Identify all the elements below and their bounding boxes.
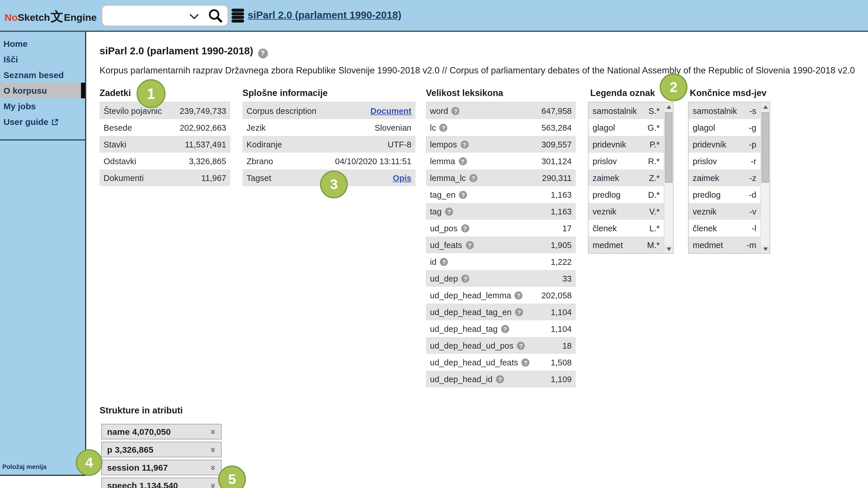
scroll-down-icon[interactable] [761, 245, 770, 253]
list-item[interactable]: glagol -g [689, 119, 761, 136]
koncnice-scrollbar[interactable] [761, 102, 770, 253]
logo-no: No [5, 12, 18, 23]
help-icon[interactable]: ? [469, 174, 477, 182]
table-row: Odstavki 3,326,865 [99, 153, 230, 169]
table-row: Kodiranje UTF-8 [243, 136, 415, 153]
help-icon[interactable]: ? [439, 124, 447, 132]
list-item[interactable]: pridevnik P.* [589, 136, 664, 153]
table-row: lemma? 301,124 [426, 153, 576, 169]
table-row: Corpus description Document [243, 102, 415, 119]
annotation-badge-1: 1 [136, 79, 165, 108]
list-item[interactable]: členek L.* [589, 220, 664, 236]
annotation-badge-4: 4 [76, 449, 102, 476]
help-icon[interactable]: ? [522, 358, 530, 366]
help-icon[interactable]: ? [517, 341, 525, 350]
table-row: ud_dep_head_tag_en? 1,104 [426, 303, 576, 320]
help-icon[interactable]: ? [258, 48, 268, 58]
list-item[interactable]: veznik -v [689, 203, 761, 220]
help-icon[interactable]: ? [459, 191, 467, 199]
list-item[interactable]: zaimek Z.* [589, 169, 664, 186]
double-chevron-down-icon[interactable]: » [209, 483, 219, 488]
scroll-up-icon[interactable] [761, 102, 770, 111]
section-title-strukture: Strukture in atributi [99, 405, 183, 416]
chevron-down-icon[interactable] [189, 10, 198, 19]
table-row: ud_dep? 33 [426, 270, 576, 287]
list-item[interactable]: pridevnik -p [689, 136, 761, 153]
structure-dropdown[interactable]: name 4,070,050 » [101, 424, 222, 440]
double-chevron-down-icon[interactable]: » [209, 465, 219, 470]
sidebar-item-o-korpusu[interactable]: O korpusu [0, 83, 85, 98]
help-icon[interactable]: ? [515, 291, 523, 299]
table-row: lc? 563,284 [426, 119, 576, 136]
logo-sketch: Sketch [18, 12, 50, 23]
structure-dropdown[interactable]: session 11,967 » [101, 460, 222, 475]
structure-dropdown[interactable]: p 3,326,865 » [101, 442, 222, 457]
current-corpus-link[interactable]: siParl 2.0 (parlament 1990-2018) [248, 9, 401, 22]
table-row: ud_feats? 1,905 [426, 236, 576, 253]
help-icon[interactable]: ? [445, 207, 453, 216]
search-icon[interactable] [208, 8, 223, 26]
sidebar-item-my-jobs[interactable]: My jobs [0, 98, 85, 114]
legenda-oznak-listbox: samostalnik S.* glagol G.* pridevnik P.*… [588, 102, 674, 254]
list-item[interactable]: samostalnik -s [689, 102, 761, 119]
help-icon[interactable]: ? [461, 224, 469, 232]
help-icon[interactable]: ? [501, 325, 509, 333]
table-row: Stavki 11,537,491 [99, 136, 230, 153]
table-row: Število pojavnic 239,749,733 [99, 102, 230, 119]
koncnice-msd-listbox: samostalnik -s glagol -g pridevnik -p pr… [688, 102, 770, 254]
sidebar-item-seznam-besed[interactable]: Seznam besed [0, 67, 85, 83]
list-item[interactable]: prislov -r [689, 153, 761, 169]
table-row: id? 1,222 [426, 253, 576, 270]
table-row: ud_dep_head_id? 1,109 [426, 370, 576, 387]
list-item[interactable]: predlog -d [689, 186, 761, 203]
section-title-splosne-informacije: Splošne informacije [243, 88, 328, 98]
section-title-koncnice-msd: Končnice msd-jev [690, 88, 767, 98]
list-item[interactable]: samostalnik S.* [589, 102, 664, 119]
table-row: Dokumenti 11,967 [99, 169, 230, 186]
list-item[interactable]: predlog D.* [589, 186, 664, 203]
section-title-zadetki: Zadetki [99, 88, 131, 98]
list-item[interactable]: veznik V.* [589, 203, 664, 220]
sidebar-item-user-guide[interactable]: User guide [0, 114, 85, 130]
external-link-icon [51, 118, 58, 127]
annotation-badge-5: 5 [218, 465, 246, 488]
list-item[interactable]: členek -l [689, 220, 761, 236]
table-row: ud_dep_head_ud_pos? 18 [426, 337, 576, 354]
scrollbar-thumb[interactable] [762, 112, 769, 183]
sidebar-item-home[interactable]: Home [0, 36, 85, 52]
list-item[interactable]: prislov R.* [589, 153, 664, 169]
help-icon[interactable]: ? [459, 157, 467, 165]
corpus-description-text: Korpus parlamentarnih razprav Državnega … [99, 65, 855, 76]
list-item[interactable]: glagol G.* [589, 119, 664, 136]
menu-position-label[interactable]: Položaj menija [2, 463, 46, 470]
section-title-legenda-oznak: Legenda oznak [590, 88, 655, 98]
help-icon[interactable]: ? [515, 308, 523, 316]
scroll-up-icon[interactable] [664, 102, 673, 111]
help-icon[interactable]: ? [462, 274, 470, 283]
help-icon[interactable]: ? [452, 107, 460, 115]
table-row: ud_dep_head_tag? 1,104 [426, 320, 576, 337]
table-row: ud_dep_head_lemma? 202,058 [426, 287, 576, 303]
active-item-marker [81, 83, 85, 98]
sidebar-menu: Home Išči Seznam besed O korpusu My jobs… [0, 36, 85, 130]
list-item[interactable]: zaimek -z [689, 169, 761, 186]
corpus-select[interactable] [101, 5, 228, 27]
legenda-scrollbar[interactable] [664, 102, 673, 253]
double-chevron-down-icon[interactable]: » [209, 430, 219, 434]
double-chevron-down-icon[interactable]: » [209, 448, 219, 452]
table-row: lempos? 309,557 [426, 136, 576, 153]
page: NoSketch文Engine siParl 2.0 (parlament 19… [0, 0, 868, 488]
section-title-velikost-leksikona: Velikost leksikona [426, 88, 503, 98]
list-item[interactable]: medmet -m [689, 236, 761, 253]
scrollbar-thumb[interactable] [665, 112, 673, 183]
sidebar-item-isci[interactable]: Išči [0, 52, 85, 67]
list-item[interactable]: medmet M.* [589, 236, 664, 253]
scroll-down-icon[interactable] [664, 245, 673, 253]
sidebar-separator [0, 139, 85, 140]
table-row: word? 647,958 [426, 102, 576, 119]
structure-dropdown[interactable]: speech 1,134,540 » [101, 478, 222, 488]
help-icon[interactable]: ? [440, 258, 448, 266]
help-icon[interactable]: ? [496, 375, 504, 383]
help-icon[interactable]: ? [466, 241, 474, 249]
help-icon[interactable]: ? [461, 140, 469, 148]
